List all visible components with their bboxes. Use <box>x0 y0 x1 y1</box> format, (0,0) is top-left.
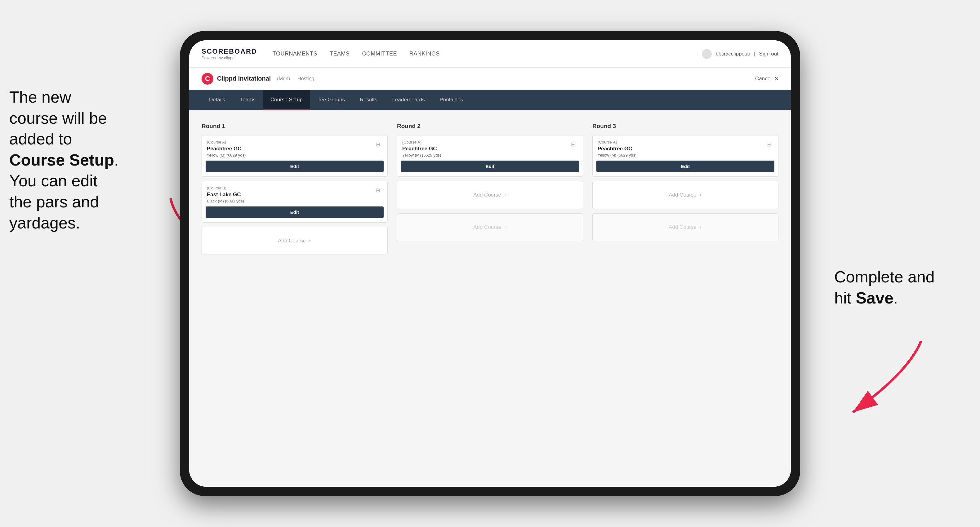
round1-course-b-info: (Course B) East Lake GC Black (M) (6891 … <box>207 186 373 203</box>
tablet-screen: SCOREBOARD Powered by clippd TOURNAMENTS… <box>189 40 791 487</box>
round2-course-a-header: (Course A) Peachtree GC Yellow (M) (6629… <box>397 135 583 160</box>
tab-teams[interactable]: Teams <box>232 90 263 110</box>
round3-add-course-disabled: Add Course + <box>592 213 778 241</box>
annotation-left-bold: Course Setup <box>9 151 114 169</box>
round2-add-course-disabled-text: Add Course + <box>473 224 507 230</box>
round-1-header: Round 1 <box>202 123 388 130</box>
tab-leaderboards[interactable]: Leaderboards <box>385 90 432 110</box>
round2-add-course-disabled: Add Course + <box>397 213 583 241</box>
tab-details[interactable]: Details <box>202 90 232 110</box>
round1-course-b-header: (Course B) East Lake GC Black (M) (6891 … <box>202 181 387 206</box>
tab-course-setup[interactable]: Course Setup <box>263 90 310 110</box>
round1-course-a-edit-button[interactable]: Edit <box>205 160 383 172</box>
round1-course-a-tee: Yellow (M) (6629 yds) <box>207 153 373 157</box>
round3-course-a-edit-button[interactable]: Edit <box>597 160 775 172</box>
main-content: Round 1 (Course A) Peachtree GC Yellow (… <box>189 110 791 487</box>
round-2-header: Round 2 <box>397 123 583 130</box>
round-2-column: Round 2 (Course A) Peachtree GC Yellow (… <box>397 123 583 259</box>
round3-add-course-text: Add Course + <box>669 192 702 198</box>
brand-icon: C <box>202 73 213 85</box>
nav-separator: | <box>754 51 755 57</box>
round3-course-a-header: (Course A) Peachtree GC Yellow (M) (6629… <box>593 135 778 160</box>
round2-add-course-text: Add Course + <box>473 192 507 198</box>
logo-title: SCOREBOARD <box>202 48 257 56</box>
sign-out-link[interactable]: Sign out <box>759 51 778 57</box>
round2-course-a-edit-button[interactable]: Edit <box>401 160 579 172</box>
round1-course-b-edit-button[interactable]: Edit <box>205 206 383 218</box>
round1-course-b-card: (Course B) East Lake GC Black (M) (6891 … <box>202 181 388 222</box>
round1-course-b-tee: Black (M) (6891 yds) <box>207 199 373 203</box>
round1-course-a-label: (Course A) <box>207 140 373 144</box>
user-email: blair@clippd.io <box>716 51 750 57</box>
round-3-column: Round 3 (Course A) Peachtree GC Yellow (… <box>592 123 778 259</box>
rounds-grid: Round 1 (Course A) Peachtree GC Yellow (… <box>202 123 778 259</box>
logo-subtitle: Powered by clippd <box>202 56 257 60</box>
round3-course-a-tee: Yellow (M) (6629 yds) <box>598 153 764 157</box>
tab-bar: Details Teams Course Setup Tee Groups Re… <box>189 90 791 110</box>
round2-course-a-label: (Course A) <box>402 140 568 144</box>
round1-course-a-card: (Course A) Peachtree GC Yellow (M) (6629… <box>202 135 388 177</box>
annotation-right-bold: Save <box>856 289 893 307</box>
scoreboard-logo: SCOREBOARD Powered by clippd <box>202 48 257 60</box>
round1-add-course-button[interactable]: Add Course + <box>202 227 388 255</box>
round1-course-a-delete-icon[interactable]: ⊟ <box>373 140 382 149</box>
nav-link-committee[interactable]: COMMITTEE <box>362 51 397 57</box>
tournament-status: Hosting <box>298 76 314 81</box>
top-nav-right: blair@clippd.io | Sign out <box>702 49 778 59</box>
user-avatar <box>702 49 712 59</box>
round-3-header: Round 3 <box>592 123 778 130</box>
tab-tee-groups[interactable]: Tee Groups <box>310 90 352 110</box>
round3-course-a-name: Peachtree GC <box>598 146 764 152</box>
tournament-name: Clippd Invitational <box>217 75 271 82</box>
round1-course-a-info: (Course A) Peachtree GC Yellow (M) (6629… <box>207 140 373 157</box>
round3-course-a-delete-icon[interactable]: ⊟ <box>764 140 773 149</box>
round2-course-a-info: (Course A) Peachtree GC Yellow (M) (6629… <box>402 140 568 157</box>
round1-course-a-name: Peachtree GC <box>207 146 373 152</box>
tab-results[interactable]: Results <box>352 90 385 110</box>
round2-course-a-name: Peachtree GC <box>402 146 568 152</box>
round3-course-a-card: (Course A) Peachtree GC Yellow (M) (6629… <box>592 135 778 177</box>
nav-link-teams[interactable]: TEAMS <box>330 51 350 57</box>
round3-add-course-button[interactable]: Add Course + <box>592 181 778 209</box>
tablet-device: SCOREBOARD Powered by clippd TOURNAMENTS… <box>180 31 800 496</box>
round2-course-a-card: (Course A) Peachtree GC Yellow (M) (6629… <box>397 135 583 177</box>
round3-add-course-disabled-text: Add Course + <box>669 224 702 230</box>
tournament-gender: (Men) <box>277 76 290 81</box>
round1-course-b-label: (Course B) <box>207 186 373 190</box>
top-nav-links: TOURNAMENTS TEAMS COMMITTEE RANKINGS <box>273 51 702 57</box>
round2-course-a-delete-icon[interactable]: ⊟ <box>568 140 578 149</box>
cancel-button[interactable]: Cancel ✕ <box>755 75 778 82</box>
tab-printables[interactable]: Printables <box>432 90 471 110</box>
top-nav: SCOREBOARD Powered by clippd TOURNAMENTS… <box>189 40 791 68</box>
round2-add-course-button[interactable]: Add Course + <box>397 181 583 209</box>
round1-course-b-delete-icon[interactable]: ⊟ <box>373 186 382 195</box>
round-1-column: Round 1 (Course A) Peachtree GC Yellow (… <box>202 123 388 259</box>
round1-course-a-header: (Course A) Peachtree GC Yellow (M) (6629… <box>202 135 387 160</box>
round3-course-a-label: (Course A) <box>598 140 764 144</box>
sub-nav: C Clippd Invitational (Men) Hosting Canc… <box>189 68 791 90</box>
round3-course-a-info: (Course A) Peachtree GC Yellow (M) (6629… <box>598 140 764 157</box>
round2-course-a-tee: Yellow (M) (6629 yds) <box>402 153 568 157</box>
nav-link-tournaments[interactable]: TOURNAMENTS <box>273 51 317 57</box>
nav-link-rankings[interactable]: RANKINGS <box>409 51 440 57</box>
round1-add-course-text: Add Course + <box>278 238 311 244</box>
sub-nav-logo: C Clippd Invitational (Men) Hosting <box>202 73 314 85</box>
annotation-right: Complete and hit Save. <box>834 267 964 308</box>
arrow-right-icon <box>828 335 937 422</box>
round1-course-b-name: East Lake GC <box>207 192 373 198</box>
annotation-left: The new course will be added to Course S… <box>9 87 152 233</box>
